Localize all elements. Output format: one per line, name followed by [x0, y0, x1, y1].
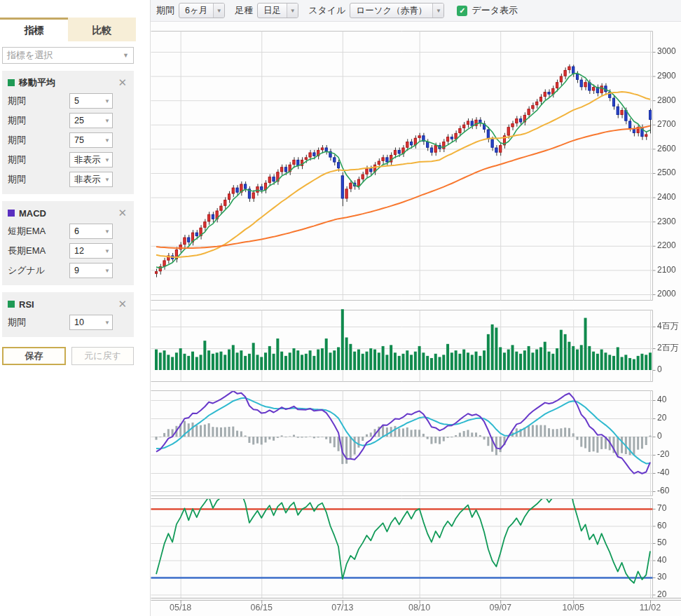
indicator-select[interactable]: 指標を選択 ▼ [2, 47, 134, 64]
indicator-color-swatch [8, 79, 15, 86]
indicator-select-placeholder: 指標を選択 [7, 49, 53, 62]
chevron-down-icon: ▼ [104, 118, 110, 124]
stock-chart-app: 指標 比較 指標を選択 ▼ 移動平均✕期間5▼期間25▼期間75▼期間非表示▼期… [0, 0, 681, 616]
indicator-sidebar: 指標 比較 指標を選択 ▼ 移動平均✕期間5▼期間25▼期間75▼期間非表示▼期… [0, 0, 151, 616]
indicator-section-ma: 移動平均✕期間5▼期間25▼期間75▼期間非表示▼期間非表示▼ [2, 71, 134, 194]
indicator-section-rsi: RSI✕期間10▼ [2, 292, 134, 337]
param-label: シグナル [8, 264, 69, 277]
param-label: 期間 [8, 173, 69, 186]
chevron-down-icon: ▼ [104, 177, 110, 183]
save-button[interactable]: 保存 [2, 347, 66, 365]
param-label: 長期EMA [8, 245, 69, 257]
section-header: MACD✕ [8, 207, 128, 219]
style-dropdown[interactable]: ローソク（赤青） ▼ [350, 3, 444, 18]
close-icon[interactable]: ✕ [116, 207, 128, 219]
param-value: 75 [74, 135, 84, 145]
param-value: 25 [74, 116, 84, 125]
section-title: 移動平均 [19, 76, 116, 89]
macd-param-select-1[interactable]: 12▼ [69, 243, 113, 259]
section-header: 移動平均✕ [8, 76, 128, 89]
ma-row: 期間25▼ [8, 113, 128, 128]
macd-row: 短期EMA6▼ [8, 224, 128, 239]
param-label: 期間 [8, 114, 69, 127]
param-label: 短期EMA [8, 225, 69, 238]
chevron-down-icon[interactable]: ▼ [213, 4, 224, 18]
style-value: ローソク（赤青） [350, 4, 432, 18]
ma-row: 期間非表示▼ [8, 152, 128, 167]
param-label: 期間 [8, 316, 69, 329]
period-value: 6ヶ月 [179, 4, 213, 18]
sidebar-buttons: 保存 元に戻す [2, 347, 134, 365]
param-label: 期間 [8, 153, 69, 166]
ma-row: 期間75▼ [8, 132, 128, 148]
chevron-down-icon: ▼ [104, 137, 110, 144]
indicator-color-swatch [8, 210, 15, 217]
param-value: 非表示 [74, 174, 101, 186]
chart-toolbar: 期間 6ヶ月 ▼ 足種 日足 ▼ スタイル ローソク（赤青） ▼ ✓ データ表示 [151, 0, 681, 22]
ma-param-select-3[interactable]: 非表示▼ [69, 152, 113, 167]
chevron-down-icon: ▼ [104, 320, 110, 326]
ma-row: 期間非表示▼ [8, 172, 128, 187]
data-display-label: データ表示 [472, 4, 518, 17]
param-label: 期間 [8, 134, 69, 146]
bartype-label: 足種 [235, 4, 253, 17]
chevron-down-icon: ▼ [104, 157, 110, 163]
chevron-down-icon[interactable]: ▼ [432, 4, 443, 18]
indicator-sections: 移動平均✕期間5▼期間25▼期間75▼期間非表示▼期間非表示▼MACD✕短期EM… [0, 71, 150, 337]
macd-row: シグナル9▼ [8, 263, 128, 278]
chevron-down-icon: ▼ [104, 228, 110, 235]
chevron-down-icon: ▼ [104, 268, 110, 274]
macd-row: 長期EMA12▼ [8, 243, 128, 259]
macd-param-select-0[interactable]: 6▼ [69, 224, 113, 239]
chevron-down-icon: ▼ [104, 248, 110, 254]
chevron-down-icon[interactable]: ▼ [287, 4, 298, 18]
param-value: 非表示 [74, 154, 101, 166]
chevron-down-icon: ▼ [123, 52, 129, 59]
tab-indicators[interactable]: 指標 [0, 18, 68, 41]
macd-param-select-2[interactable]: 9▼ [69, 263, 113, 278]
style-label: スタイル [308, 4, 345, 17]
stock-chart-canvas[interactable] [151, 22, 681, 616]
param-value: 9 [74, 266, 79, 275]
ma-param-select-1[interactable]: 25▼ [69, 113, 113, 128]
sidebar-tabs: 指標 比較 [0, 18, 136, 41]
param-label: 期間 [8, 95, 69, 107]
section-header: RSI✕ [8, 298, 128, 310]
indicator-section-macd: MACD✕短期EMA6▼長期EMA12▼シグナル9▼ [2, 201, 134, 285]
reset-button[interactable]: 元に戻す [71, 347, 134, 365]
indicator-color-swatch [8, 301, 15, 308]
rsi-row: 期間10▼ [8, 315, 128, 330]
section-title: MACD [19, 208, 116, 219]
bartype-value: 日足 [258, 4, 287, 18]
ma-param-select-2[interactable]: 75▼ [69, 132, 113, 148]
bartype-dropdown[interactable]: 日足 ▼ [257, 3, 298, 18]
rsi-param-select-0[interactable]: 10▼ [69, 315, 113, 330]
ma-param-select-0[interactable]: 5▼ [69, 93, 113, 109]
param-value: 6 [74, 226, 79, 236]
data-display-checkbox[interactable]: ✓ [457, 6, 467, 16]
section-title: RSI [19, 299, 116, 310]
ma-param-select-4[interactable]: 非表示▼ [69, 172, 113, 187]
chevron-down-icon: ▼ [104, 98, 110, 104]
param-value: 10 [74, 317, 84, 327]
close-icon[interactable]: ✕ [116, 76, 128, 89]
ma-row: 期間5▼ [8, 93, 128, 109]
period-label: 期間 [156, 4, 174, 17]
tab-compare[interactable]: 比較 [68, 18, 136, 41]
close-icon[interactable]: ✕ [116, 298, 128, 310]
param-value: 5 [74, 96, 79, 106]
period-dropdown[interactable]: 6ヶ月 ▼ [179, 3, 225, 18]
chart-main-area: 期間 6ヶ月 ▼ 足種 日足 ▼ スタイル ローソク（赤青） ▼ ✓ データ表示 [151, 0, 681, 616]
param-value: 12 [74, 246, 84, 256]
